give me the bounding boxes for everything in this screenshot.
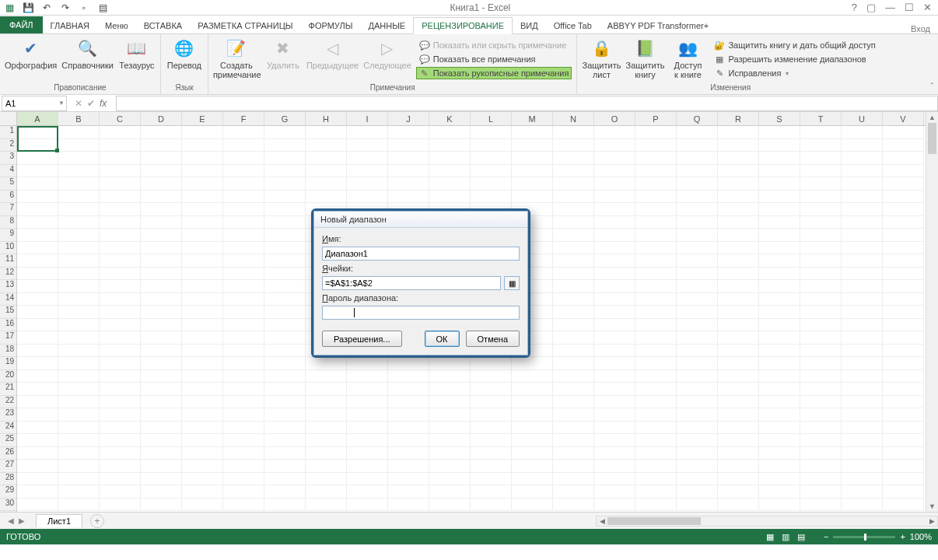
cell[interactable] <box>17 280 58 293</box>
cell[interactable] <box>306 408 347 422</box>
cell[interactable] <box>471 447 512 460</box>
cell[interactable] <box>635 460 677 473</box>
cell[interactable] <box>635 408 677 422</box>
cell[interactable] <box>100 383 141 396</box>
cell[interactable] <box>842 331 883 345</box>
cell[interactable] <box>635 306 677 319</box>
cell[interactable] <box>264 460 306 473</box>
cell[interactable] <box>388 165 429 178</box>
cell[interactable] <box>553 216 594 229</box>
cell[interactable] <box>223 408 264 422</box>
name-box[interactable]: A1▼ <box>2 96 67 111</box>
cell[interactable] <box>759 460 800 473</box>
cell[interactable] <box>759 165 800 178</box>
cell[interactable] <box>17 319 58 332</box>
cell[interactable] <box>718 126 759 139</box>
cell[interactable] <box>677 254 718 268</box>
cell[interactable] <box>17 126 58 139</box>
cell[interactable] <box>635 499 677 512</box>
cell[interactable] <box>594 191 635 204</box>
cell[interactable] <box>141 268 182 281</box>
cell[interactable] <box>100 370 141 383</box>
cell[interactable] <box>594 345 635 358</box>
cell[interactable] <box>17 396 58 409</box>
cell[interactable] <box>883 460 924 473</box>
cell[interactable] <box>635 447 677 460</box>
cell[interactable] <box>677 460 718 473</box>
cell[interactable] <box>842 370 883 383</box>
cell[interactable] <box>223 396 264 409</box>
cell[interactable] <box>100 177 141 191</box>
cell[interactable] <box>223 139 264 152</box>
cell[interactable] <box>17 357 58 370</box>
cell[interactable] <box>388 485 429 499</box>
undo-icon[interactable]: ↶ <box>40 2 53 14</box>
cell[interactable] <box>759 331 800 345</box>
column-header[interactable]: E <box>182 112 223 125</box>
cell[interactable] <box>512 152 553 165</box>
cell[interactable] <box>759 345 800 358</box>
cell[interactable] <box>800 165 842 178</box>
row-header[interactable]: 13 <box>0 280 16 293</box>
cell[interactable] <box>594 293 635 306</box>
cell[interactable] <box>17 345 58 358</box>
cell[interactable] <box>677 280 718 293</box>
cell[interactable] <box>264 242 306 255</box>
cell[interactable] <box>182 499 223 512</box>
cell[interactable] <box>388 460 429 473</box>
cell[interactable] <box>512 383 553 396</box>
cell[interactable] <box>141 319 182 332</box>
cell[interactable] <box>264 280 306 293</box>
cell[interactable] <box>141 242 182 255</box>
cell[interactable] <box>182 447 223 460</box>
cell[interactable] <box>347 357 388 370</box>
cell[interactable] <box>388 434 429 447</box>
cell[interactable] <box>635 319 677 332</box>
cell[interactable] <box>718 499 759 512</box>
cell[interactable] <box>800 216 842 229</box>
cell[interactable] <box>347 460 388 473</box>
cell[interactable] <box>182 139 223 152</box>
cell[interactable] <box>800 254 842 268</box>
cell[interactable] <box>182 242 223 255</box>
cell[interactable] <box>100 422 141 435</box>
column-header[interactable]: I <box>347 112 388 125</box>
cell[interactable] <box>141 126 182 139</box>
cell[interactable] <box>306 139 347 152</box>
cell[interactable] <box>17 177 58 191</box>
cell[interactable] <box>759 293 800 306</box>
cell[interactable] <box>842 229 883 242</box>
cell[interactable] <box>182 473 223 486</box>
cell[interactable] <box>718 165 759 178</box>
cell[interactable] <box>553 422 594 435</box>
cell[interactable] <box>388 383 429 396</box>
cell[interactable] <box>264 229 306 242</box>
cell[interactable] <box>182 331 223 345</box>
row-header[interactable]: 26 <box>0 447 16 460</box>
cell[interactable] <box>100 254 141 268</box>
cell[interactable] <box>677 370 718 383</box>
cell[interactable] <box>58 191 100 204</box>
column-header[interactable]: R <box>718 112 759 125</box>
ribbon-options-icon[interactable]: ▢ <box>866 2 876 13</box>
tab-insert[interactable]: ВСТАВКА <box>136 18 190 33</box>
collapse-ribbon-icon[interactable]: ˆ <box>931 82 933 91</box>
cell[interactable] <box>471 177 512 191</box>
cell[interactable] <box>17 242 58 255</box>
row-header[interactable]: 14 <box>0 293 16 306</box>
cell[interactable] <box>718 139 759 152</box>
cell[interactable] <box>800 293 842 306</box>
doc-dropdown-icon[interactable]: ▤ <box>96 2 109 14</box>
cell[interactable] <box>429 357 471 370</box>
tab-file[interactable]: ФАЙЛ <box>0 16 43 33</box>
column-header[interactable]: C <box>100 112 141 125</box>
cell[interactable] <box>264 293 306 306</box>
cell[interactable] <box>347 396 388 409</box>
cell[interactable] <box>553 319 594 332</box>
help-icon[interactable]: ? <box>852 2 857 13</box>
cell[interactable] <box>842 203 883 216</box>
cell[interactable] <box>17 216 58 229</box>
cell[interactable] <box>264 306 306 319</box>
cell[interactable] <box>429 396 471 409</box>
cell[interactable] <box>17 203 58 216</box>
